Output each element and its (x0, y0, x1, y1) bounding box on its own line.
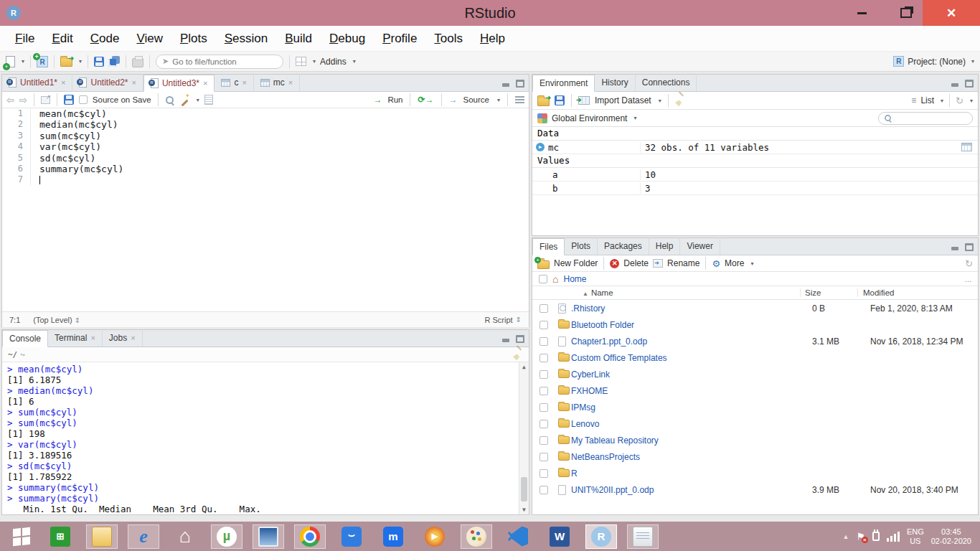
file-row[interactable]: Lenovo (532, 415, 978, 432)
code-line[interactable]: 3 sum(mc$cyl) (2, 131, 529, 141)
dropdown-caret-icon[interactable]: ▾ (750, 260, 753, 267)
file-checkbox[interactable] (540, 469, 548, 478)
source-tab[interactable]: Untitled3* (143, 75, 215, 92)
close-tab-icon[interactable] (288, 77, 293, 88)
code-line[interactable]: 6 summary(mc$cyl) (2, 164, 529, 174)
dropdown-caret-icon[interactable]: ▾ (633, 115, 636, 121)
clock[interactable]: 03:4502-02-2020 (931, 527, 971, 546)
save-all-icon[interactable] (108, 56, 120, 67)
file-checkbox[interactable] (540, 420, 548, 428)
file-name-link[interactable]: NetBeansProjects (571, 452, 808, 462)
code-line[interactable]: 4 var(mc$cyl) (2, 141, 529, 152)
taskbar-app-powerdvd[interactable]: ▶ (419, 524, 451, 549)
file-row[interactable]: FXHOME (532, 382, 978, 399)
taskbar-app-file-explorer[interactable] (86, 524, 118, 549)
file-checkbox[interactable] (540, 387, 548, 395)
maximize-pane-icon[interactable] (516, 80, 524, 88)
goto-file-function-box[interactable]: ➤ (156, 55, 283, 69)
action-center-flag-icon[interactable]: ⚑ (856, 531, 865, 542)
console-tab[interactable]: Terminal (48, 329, 103, 347)
print-icon[interactable] (132, 58, 143, 67)
source-on-save-checkbox[interactable] (79, 95, 88, 104)
file-row[interactable]: Bluetooth Folder (532, 316, 978, 333)
menu-item[interactable]: Debug (321, 32, 373, 46)
file-name-link[interactable]: Bluetooth Folder (571, 320, 808, 330)
back-icon[interactable]: ⇦ (6, 95, 14, 105)
environment-scope-selector[interactable]: Global Environment (552, 113, 627, 123)
file-name-link[interactable]: FXHOME (571, 386, 808, 396)
file-name-link[interactable]: .Rhistory (571, 303, 808, 314)
filetype-selector[interactable]: R Script (484, 316, 512, 324)
save-icon[interactable] (94, 57, 104, 67)
file-row[interactable]: Chapter1.ppt_0.odp 3.1 MB Nov 16, 2018, … (532, 333, 978, 349)
taskbar-app-word[interactable]: W (544, 524, 575, 549)
environment-value-row[interactable]: a 10 (532, 168, 978, 182)
dropdown-caret-icon[interactable]: ▾ (313, 58, 316, 65)
menu-item[interactable]: Build (277, 32, 320, 46)
compile-report-icon[interactable] (204, 95, 213, 105)
close-tab-icon[interactable] (90, 333, 95, 343)
forward-icon[interactable]: ⇨ (19, 95, 27, 105)
environment-object-row[interactable]: ▶ mc 32 obs. of 11 variables (532, 141, 978, 154)
minimize-pane-icon[interactable] (951, 243, 960, 251)
minimize-pane-icon[interactable] (951, 80, 960, 88)
file-name-link[interactable]: UNIT%20II.ppt_0.odp (571, 485, 808, 495)
more-button[interactable]: More (725, 258, 744, 268)
restore-button[interactable] (890, 0, 923, 26)
menu-item[interactable]: Session (217, 32, 275, 46)
code-line[interactable]: 7 (2, 174, 529, 185)
console-tab[interactable]: Console (2, 330, 48, 347)
gear-icon[interactable]: ⚙ (712, 258, 720, 269)
language-indicator[interactable]: ENGUS (907, 527, 924, 546)
expand-object-icon[interactable]: ▶ (536, 143, 545, 151)
environment-value-row[interactable]: b 3 (532, 182, 978, 195)
code-editor[interactable]: 1 mean(mc$cyl) 2 median(mc$cyl) 3 sum(mc… (2, 108, 529, 311)
scope-selector[interactable]: (Top Level) ⇕ (33, 316, 80, 324)
dropdown-caret-icon[interactable]: ▾ (22, 58, 24, 65)
taskbar-app-internet-explorer[interactable] (128, 524, 159, 549)
file-row[interactable]: NetBeansProjects (532, 448, 978, 465)
goto-file-function-input[interactable] (172, 57, 265, 66)
power-icon[interactable] (872, 532, 880, 541)
delete-button[interactable]: Delete (623, 258, 649, 268)
dropdown-caret-icon[interactable]: ▾ (497, 97, 500, 103)
open-file-icon[interactable] (60, 58, 72, 67)
file-name-link[interactable]: Lenovo (571, 419, 808, 429)
show-hidden-icons-icon[interactable]: ▲ (842, 533, 849, 540)
dropdown-caret-icon[interactable]: ▾ (353, 58, 356, 65)
environment-search-input[interactable] (895, 114, 967, 123)
rename-icon[interactable] (653, 259, 663, 268)
start-button[interactable] (7, 522, 36, 551)
environment-tab[interactable]: History (595, 74, 635, 91)
file-name-link[interactable]: My Tableau Repository (571, 435, 808, 446)
files-pane-tab[interactable]: Help (649, 237, 681, 255)
new-project-icon[interactable]: R (37, 56, 48, 67)
refresh-icon[interactable]: ↻ (965, 258, 973, 269)
new-file-icon[interactable] (6, 56, 15, 67)
scrollbar-thumb[interactable] (521, 477, 527, 501)
taskbar-app-app-store-bag[interactable] (336, 524, 367, 549)
file-checkbox[interactable] (540, 321, 548, 329)
source-tab[interactable]: c (215, 74, 253, 91)
menu-item[interactable]: File (7, 32, 42, 46)
minimize-button[interactable] (845, 0, 878, 26)
file-checkbox[interactable] (540, 370, 548, 379)
maximize-pane-icon[interactable] (516, 335, 524, 343)
file-checkbox[interactable] (540, 337, 548, 346)
file-row[interactable]: CyberLink (532, 366, 978, 382)
save-workspace-icon[interactable] (555, 95, 565, 105)
menu-item[interactable]: Tools (426, 32, 471, 46)
taskbar-app-notepad[interactable] (627, 524, 659, 549)
file-checkbox[interactable] (540, 403, 548, 412)
column-modified[interactable]: Modified (858, 288, 978, 297)
list-view-selector[interactable]: List (920, 95, 934, 105)
dropdown-caret-icon[interactable]: ▾ (659, 98, 661, 104)
taskbar-app-vscode[interactable] (502, 524, 534, 549)
code-line[interactable]: 2 median(mc$cyl) (2, 119, 529, 130)
taskbar-app-home[interactable]: ⌂ (169, 524, 201, 549)
environment-tab[interactable]: Connections (636, 74, 697, 91)
breadcrumb-home-link[interactable]: Home (563, 274, 586, 284)
file-row[interactable]: .Rhistory 0 B Feb 1, 2020, 8:13 AM (532, 300, 978, 316)
source-button[interactable]: Source (463, 95, 489, 104)
close-button[interactable]: ✕ (923, 0, 980, 26)
